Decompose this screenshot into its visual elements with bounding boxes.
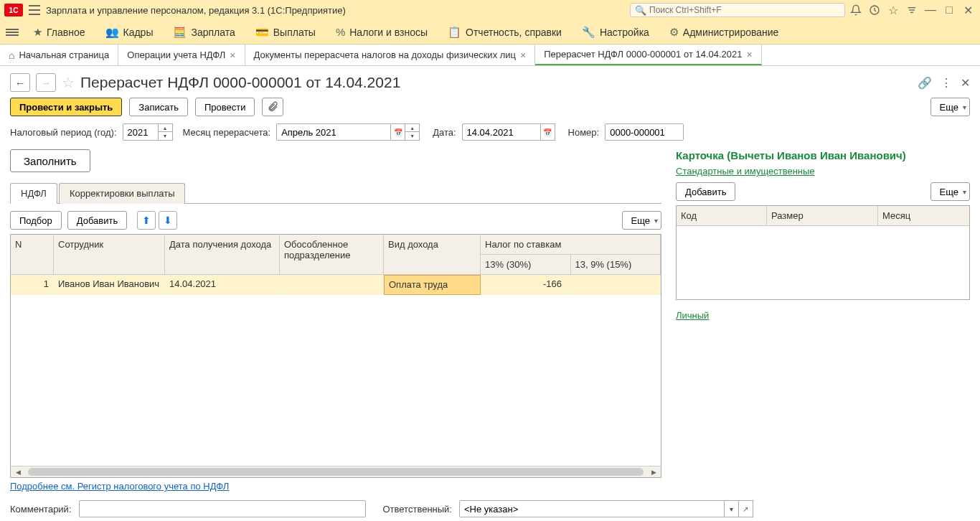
menu-item-4[interactable]: %Налоги и взносы <box>326 22 438 43</box>
tab-close-icon[interactable]: × <box>747 49 753 60</box>
more-button[interactable]: Еще <box>930 98 970 116</box>
maximize-icon[interactable]: □ <box>941 2 957 18</box>
nav-back-button[interactable]: ← <box>10 73 30 92</box>
close-doc-icon[interactable]: ✕ <box>961 76 970 90</box>
scroll-left-icon[interactable]: ◀ <box>11 466 25 477</box>
more-vert-icon[interactable]: ⋮ <box>941 76 952 90</box>
attach-button[interactable] <box>262 98 283 116</box>
link-icon[interactable]: 🔗 <box>918 76 932 90</box>
scroll-right-icon[interactable]: ▶ <box>646 466 661 477</box>
responsible-input[interactable] <box>459 500 725 517</box>
bell-icon[interactable] <box>848 2 864 18</box>
menu-icon: 🧮 <box>173 26 187 39</box>
menu-item-2[interactable]: 🧮Зарплата <box>163 22 245 43</box>
table-hscroll[interactable]: ◀ ▶ <box>11 466 661 477</box>
comment-input[interactable] <box>79 500 366 517</box>
menu-item-6[interactable]: 🔧Настройка <box>572 22 659 43</box>
tab-close-icon[interactable]: × <box>230 50 235 61</box>
date-calendar-icon[interactable]: 📅 <box>541 123 555 141</box>
month-label: Месяц перерасчета: <box>183 127 271 138</box>
close-icon[interactable]: ✕ <box>960 2 976 18</box>
menu-label: Зарплата <box>191 27 235 38</box>
form-row: Налоговый период (год): ▲▼ Месяц перерас… <box>0 123 980 149</box>
period-spinner[interactable]: ▲▼ <box>159 123 173 141</box>
th-employee[interactable]: Сотрудник <box>54 235 165 274</box>
th-tax: Налог по ставкам 13% (30%) 13, 9% (15%) <box>481 235 661 274</box>
card-add-button[interactable]: Добавить <box>676 182 735 201</box>
menu-icon: 🔧 <box>582 26 595 39</box>
move-up-button[interactable]: ⬆ <box>137 211 156 230</box>
move-down-button[interactable]: ⬇ <box>159 211 177 230</box>
responsible-label: Ответственный: <box>383 504 452 515</box>
select-button[interactable]: Подбор <box>10 211 62 230</box>
scroll-thumb[interactable] <box>28 468 644 476</box>
bottom-link[interactable]: Подробнее см. Регистр налогового учета п… <box>0 478 239 494</box>
menu-item-0[interactable]: ★Главное <box>23 22 95 43</box>
th-tax-label[interactable]: Налог по ставкам <box>481 235 660 255</box>
post-close-button[interactable]: Провести и закрыть <box>10 98 122 116</box>
star-icon[interactable]: ☆ <box>885 2 901 18</box>
table-more-button[interactable]: Еще <box>622 211 661 230</box>
tabs-row: ⌂Начальная страницаОперации учета НДФЛ×Д… <box>0 44 980 66</box>
menu-item-1[interactable]: 👥Кадры <box>95 22 164 43</box>
post-button[interactable]: Провести <box>195 98 255 116</box>
th-department[interactable]: Обособленное подразделение <box>280 235 384 274</box>
td-department <box>280 275 384 295</box>
th-n[interactable]: N <box>11 235 54 274</box>
responsible-open-icon[interactable]: ↗ <box>739 500 753 517</box>
menu-item-3[interactable]: 💳Выплаты <box>245 22 326 43</box>
number-label: Номер: <box>568 127 600 138</box>
th-rate13[interactable]: 13% (30%) <box>481 255 571 274</box>
table-toolbar: Подбор Добавить ⬆ ⬇ Еще <box>10 211 661 230</box>
tab-label: Операции учета НДФЛ <box>127 50 225 60</box>
month-calendar-icon[interactable]: 📅 <box>391 123 405 141</box>
search-input[interactable] <box>649 5 840 15</box>
save-button[interactable]: Записать <box>129 98 188 116</box>
menu-label: Администрирование <box>683 27 779 38</box>
cth-size[interactable]: Размер <box>767 206 878 225</box>
minimize-icon[interactable]: — <box>923 2 938 18</box>
th-income-type[interactable]: Вид дохода <box>384 235 481 274</box>
date-input[interactable] <box>462 123 541 141</box>
month-input[interactable] <box>276 123 391 141</box>
th-income-date[interactable]: Дата получения дохода <box>165 235 280 274</box>
hamburger-icon[interactable] <box>29 5 40 15</box>
cth-month[interactable]: Месяц <box>878 206 969 225</box>
number-input[interactable] <box>605 123 684 141</box>
menu-label: Главное <box>47 27 85 38</box>
app-title: Зарплата и управление персоналом, редакц… <box>46 5 346 16</box>
favorite-icon[interactable]: ☆ <box>62 74 75 91</box>
card-link-personal[interactable]: Личный <box>676 310 709 321</box>
card-more-button[interactable]: Еще <box>930 182 970 201</box>
td-income-type[interactable]: Оплата труда <box>384 275 481 295</box>
menu-item-7[interactable]: ⚙Администрирование <box>659 22 789 43</box>
fill-button[interactable]: Заполнить <box>10 149 90 172</box>
filter-icon[interactable] <box>904 2 920 18</box>
tab-0[interactable]: ⌂Начальная страница <box>0 44 118 65</box>
month-spinner[interactable]: ▲▼ <box>405 123 420 141</box>
doc-title: Перерасчет НДФЛ 0000-000001 от 14.04.202… <box>80 74 400 91</box>
period-label: Налоговый период (год): <box>10 127 117 138</box>
tab-2[interactable]: Документы перерасчета налогов на доходы … <box>245 44 536 65</box>
tab-3[interactable]: Перерасчет НДФЛ 0000-000001 от 14.04.202… <box>535 44 762 65</box>
nav-forward-button[interactable]: → <box>36 73 56 92</box>
table-row[interactable]: 1 Иванов Иван Иванович 14.04.2021 Оплата… <box>11 275 661 295</box>
menu-label: Налоги и взносы <box>349 27 428 38</box>
menu-sections-icon[interactable] <box>4 26 20 39</box>
tab-1[interactable]: Операции учета НДФЛ× <box>118 44 245 65</box>
history-icon[interactable] <box>867 2 882 18</box>
th-rate9[interactable]: 13, 9% (15%) <box>571 255 661 274</box>
menu-item-5[interactable]: 📋Отчетность, справки <box>438 22 572 43</box>
period-input[interactable] <box>123 123 159 141</box>
menu-icon: 💳 <box>255 26 269 39</box>
add-button[interactable]: Добавить <box>67 211 127 230</box>
card-link-standard[interactable]: Стандартные и имущественные <box>676 166 815 177</box>
responsible-dropdown-icon[interactable]: ▾ <box>725 500 739 517</box>
menu-label: Кадры <box>123 27 154 38</box>
search-box[interactable]: 🔍 <box>630 3 845 17</box>
comment-label: Комментарий: <box>10 504 72 515</box>
tab-close-icon[interactable]: × <box>520 50 526 61</box>
subtab-0[interactable]: НДФЛ <box>10 183 57 204</box>
cth-code[interactable]: Код <box>677 206 767 225</box>
subtab-1[interactable]: Корректировки выплаты <box>59 183 186 204</box>
